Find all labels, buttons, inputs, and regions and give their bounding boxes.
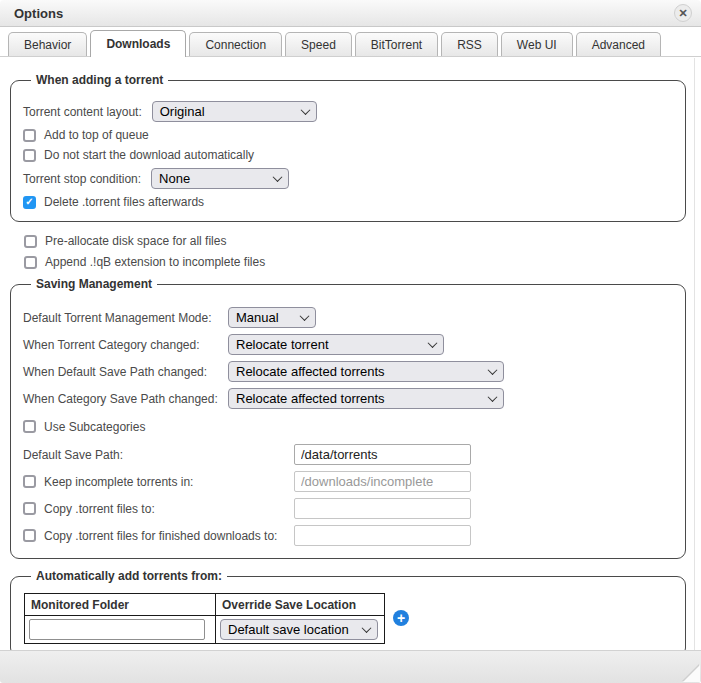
category-save-path-changed-select[interactable]: Relocate affected torrents (228, 388, 504, 409)
torrent-category-changed-select[interactable]: Relocate torrent (228, 334, 444, 355)
do-not-start-download-checkbox[interactable] (23, 149, 36, 162)
torrent-stop-condition-value: None (159, 171, 190, 186)
use-subcategories-label: Use Subcategories (44, 420, 145, 434)
close-icon: ✕ (678, 8, 687, 19)
override-save-location-column-header: Override Save Location (216, 594, 385, 616)
tab-rss[interactable]: RSS (441, 32, 498, 56)
do-not-start-download-label: Do not start the download automatically (44, 148, 254, 162)
append-qb-extension-label: Append .!qB extension to incomplete file… (45, 255, 265, 269)
default-save-path-changed-select[interactable]: Relocate affected torrents (228, 361, 504, 382)
auto-add-torrents-group: Automatically add torrents from: Monitor… (10, 569, 686, 657)
monitored-folders-table: Monitored Folder Override Save Location … (24, 593, 385, 644)
use-subcategories-checkbox[interactable] (23, 420, 36, 433)
chevron-down-icon (300, 105, 310, 115)
keep-incomplete-checkbox[interactable] (23, 475, 36, 488)
chevron-down-icon (273, 172, 283, 182)
add-to-top-of-queue-label: Add to top of queue (44, 128, 149, 142)
torrent-category-changed-label: When Torrent Category changed: (23, 338, 228, 352)
preallocate-disk-label: Pre-allocate disk space for all files (45, 234, 226, 248)
monitored-folder-input[interactable] (29, 619, 205, 640)
copy-torrent-files-checkbox[interactable] (23, 502, 36, 515)
torrent-stop-condition-select[interactable]: None (151, 168, 289, 189)
default-save-path-label: Default Save Path: (23, 448, 123, 462)
default-save-path-changed-value: Relocate affected torrents (236, 364, 385, 379)
keep-incomplete-path-input[interactable] (294, 471, 471, 492)
category-save-path-changed-label: When Category Save Path changed: (23, 392, 228, 406)
chevron-down-icon (362, 623, 372, 633)
monitored-folder-column-header: Monitored Folder (25, 594, 216, 616)
tab-downloads[interactable]: Downloads (90, 30, 186, 57)
tab-behavior[interactable]: Behavior (8, 32, 87, 56)
torrent-management-mode-label: Default Torrent Management Mode: (23, 311, 228, 325)
chevron-down-icon (428, 338, 438, 348)
tab-speed[interactable]: Speed (285, 32, 352, 56)
plus-icon: + (397, 611, 405, 625)
torrent-content-layout-select[interactable]: Original (152, 101, 317, 122)
chevron-down-icon (488, 365, 498, 375)
table-header-row: Monitored Folder Override Save Location (25, 594, 385, 616)
when-adding-a-torrent-legend: When adding a torrent (31, 73, 168, 87)
delete-torrent-files-checkbox[interactable]: ✓ (23, 196, 36, 209)
general-download-options: Pre-allocate disk space for all files Ap… (24, 234, 701, 269)
close-button[interactable]: ✕ (674, 4, 692, 22)
keep-incomplete-label: Keep incomplete torrents in: (44, 475, 193, 489)
saving-management-group: Saving Management Default Torrent Manage… (10, 277, 686, 559)
horizontal-scrollbar[interactable] (0, 650, 701, 683)
category-save-path-changed-value: Relocate affected torrents (236, 391, 385, 406)
auto-add-torrents-legend: Automatically add torrents from: (31, 569, 227, 583)
copy-finished-torrent-files-path-input[interactable] (294, 525, 471, 546)
torrent-category-changed-value: Relocate torrent (236, 337, 329, 352)
check-icon: ✓ (25, 197, 33, 207)
tab-bittorrent[interactable]: BitTorrent (355, 32, 438, 56)
torrent-management-mode-value: Manual (236, 310, 279, 325)
options-tabbar: Behavior Downloads Connection Speed BitT… (0, 27, 701, 57)
chevron-down-icon (488, 392, 498, 402)
add-monitored-folder-button[interactable]: + (393, 610, 409, 626)
override-save-location-select[interactable]: Default save location (220, 619, 378, 640)
delete-torrent-files-label: Delete .torrent files afterwards (44, 195, 204, 209)
torrent-content-layout-value: Original (160, 104, 205, 119)
copy-torrent-files-label: Copy .torrent files to: (44, 502, 155, 516)
tab-connection[interactable]: Connection (189, 32, 282, 56)
dialog-right-edge (694, 58, 695, 650)
tab-advanced[interactable]: Advanced (576, 32, 661, 56)
override-save-location-value: Default save location (228, 622, 349, 637)
preallocate-disk-checkbox[interactable] (24, 235, 37, 248)
torrent-content-layout-label: Torrent content layout: (23, 105, 142, 119)
dialog-title: Options (14, 6, 63, 21)
torrent-stop-condition-label: Torrent stop condition: (23, 172, 141, 186)
when-adding-a-torrent-group: When adding a torrent Torrent content la… (10, 73, 686, 222)
copy-finished-torrent-files-checkbox[interactable] (23, 529, 36, 542)
default-save-path-changed-label: When Default Save Path changed: (23, 365, 228, 379)
add-to-top-of-queue-checkbox[interactable] (23, 129, 36, 142)
resize-grip-icon[interactable] (683, 665, 700, 682)
copy-torrent-files-path-input[interactable] (294, 498, 471, 519)
table-row: Default save location (25, 616, 385, 644)
dialog-titlebar: Options ✕ (0, 0, 701, 27)
copy-finished-torrent-files-label: Copy .torrent files for finished downloa… (44, 529, 277, 543)
saving-management-legend: Saving Management (31, 277, 157, 291)
chevron-down-icon (300, 311, 310, 321)
torrent-management-mode-select[interactable]: Manual (228, 307, 316, 328)
default-save-path-input[interactable] (294, 444, 471, 465)
downloads-tab-panel: When adding a torrent Torrent content la… (0, 57, 701, 683)
append-qb-extension-checkbox[interactable] (24, 256, 37, 269)
tab-webui[interactable]: Web UI (501, 32, 573, 56)
